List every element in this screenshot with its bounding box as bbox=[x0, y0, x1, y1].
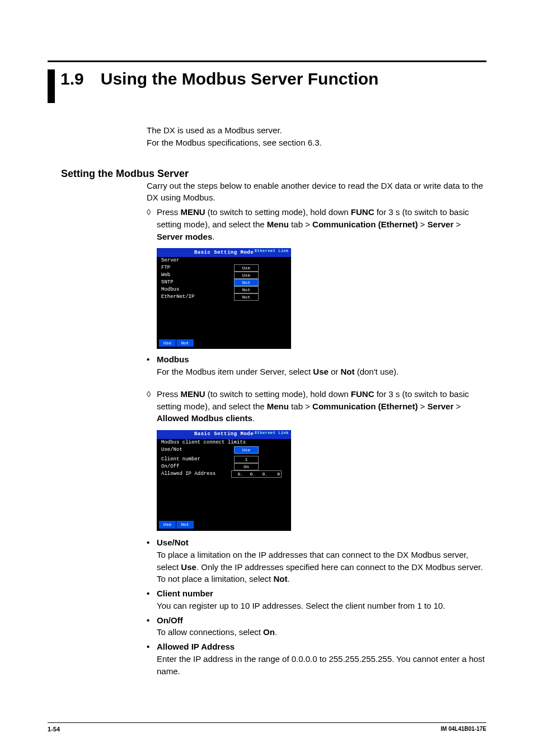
section-number: 1.9 bbox=[60, 69, 84, 88]
ip-segment: 0 bbox=[269, 471, 281, 478]
page-footer: 1-54 IM 04L41B01-17E bbox=[48, 722, 486, 732]
diamond-icon: ◊ bbox=[147, 388, 157, 424]
subsection-heading: Setting the Modbus Server bbox=[61, 168, 486, 180]
allowedip-text: Enter the IP address in the range of 0.0… bbox=[157, 653, 486, 678]
onoff-text: To allow connections, select On. bbox=[157, 626, 486, 638]
clientnum-text: You can register up to 10 IP addresses. … bbox=[157, 600, 486, 612]
ip-segment: 0. bbox=[244, 471, 256, 478]
section-title: Using the Modbus Server Function bbox=[101, 69, 379, 88]
modbus-text: For the Modbus item under Server, select… bbox=[157, 366, 486, 378]
clientnum-bullet: • Client number bbox=[147, 587, 486, 600]
screen-row: EtherNet/IPNot bbox=[157, 293, 291, 301]
screen-row-value: Not bbox=[234, 286, 259, 293]
screen-row: Client number1 bbox=[157, 456, 291, 463]
screen-row: Use/NotUse bbox=[157, 446, 291, 454]
screen-row-value: Use bbox=[234, 446, 259, 454]
usenot-text: To place a limitation on the IP addresse… bbox=[157, 549, 486, 585]
ethernet-link-icon: Ethernet Link bbox=[255, 249, 289, 253]
bullet-icon: • bbox=[147, 536, 157, 549]
screen-row-label: FTP bbox=[161, 264, 234, 272]
screen-row-value: Not bbox=[234, 293, 259, 301]
ip-segment: 0. bbox=[232, 471, 244, 478]
screen-row-label: Client number bbox=[161, 456, 234, 463]
step-2: ◊ Press MENU (to switch to setting mode)… bbox=[147, 388, 486, 424]
screen-row-value: Use bbox=[234, 264, 259, 272]
screen-footer-buttons: UseNot bbox=[159, 339, 194, 347]
clientnum-heading: Client number bbox=[157, 587, 213, 600]
screen-header: Basic Setting Mode Ethernet Link bbox=[157, 248, 291, 257]
onoff-heading: On/Off bbox=[157, 614, 183, 627]
ip-label: Allowed IP Address bbox=[161, 470, 231, 478]
screen-row-value: Not bbox=[234, 279, 259, 286]
screen-row: SNTPNot bbox=[157, 279, 291, 286]
screen-row-label: Modbus bbox=[161, 286, 234, 293]
subsection-para: Carry out the steps below to enable anot… bbox=[147, 180, 486, 204]
screen-row: ModbusNot bbox=[157, 286, 291, 293]
screenshot-allowed-clients: Basic Setting Mode Ethernet Link Modbus … bbox=[157, 430, 291, 531]
screen-footer-button: Not bbox=[176, 339, 194, 347]
screen-row-value: On bbox=[234, 463, 259, 470]
screen-row: FTPUse bbox=[157, 264, 291, 272]
top-rule bbox=[48, 60, 486, 62]
screen-group-label: Modbus client connect limits bbox=[157, 439, 291, 446]
section-heading: 1.9 Using the Modbus Server Function bbox=[48, 69, 486, 103]
ip-value-box: 0.0.0.0 bbox=[231, 470, 282, 478]
step-2-text: Press MENU (to switch to setting mode), … bbox=[157, 388, 486, 424]
intro-line-1: The DX is used as a Modbus server. bbox=[147, 124, 486, 137]
screen-ip-row: Allowed IP Address 0.0.0.0 bbox=[157, 470, 291, 478]
screen-row-value: Use bbox=[234, 272, 259, 279]
bullet-icon: • bbox=[147, 641, 157, 653]
screen-footer-button: Use bbox=[159, 339, 176, 347]
allowedip-heading: Allowed IP Address bbox=[157, 641, 235, 653]
title-bar bbox=[48, 69, 55, 103]
screen-row: On/OffOn bbox=[157, 463, 291, 470]
screenshot-server-modes: Basic Setting Mode Ethernet Link Server … bbox=[157, 248, 291, 349]
usenot-bullet: • Use/Not bbox=[147, 536, 486, 549]
bullet-icon: • bbox=[147, 353, 157, 366]
modbus-bullet: • Modbus bbox=[147, 353, 486, 366]
screen-footer-button: Not bbox=[176, 521, 194, 529]
screen-footer-button: Use bbox=[159, 521, 176, 529]
screen-row-label: EtherNet/IP bbox=[161, 293, 234, 301]
screen-title: Basic Setting Mode bbox=[194, 249, 254, 256]
intro-block: The DX is used as a Modbus server. For t… bbox=[147, 124, 486, 149]
screen-row: WebUse bbox=[157, 272, 291, 279]
modbus-heading: Modbus bbox=[157, 353, 189, 366]
screen-title: Basic Setting Mode bbox=[194, 431, 254, 438]
intro-line-2: For the Modbus specifications, see secti… bbox=[147, 137, 486, 149]
bullet-icon: • bbox=[147, 587, 157, 600]
ip-segment: 0. bbox=[256, 471, 269, 478]
step-1: ◊ Press MENU (to switch to setting mode)… bbox=[147, 206, 486, 242]
screen-row-label: Web bbox=[161, 272, 234, 279]
allowedip-bullet: • Allowed IP Address bbox=[147, 641, 486, 653]
screen-footer-buttons: UseNot bbox=[159, 521, 194, 529]
page-number: 1-54 bbox=[48, 726, 60, 732]
diamond-icon: ◊ bbox=[147, 206, 157, 242]
step-1-text: Press MENU (to switch to setting mode), … bbox=[157, 206, 486, 242]
screen-row-label: On/Off bbox=[161, 463, 234, 470]
ethernet-link-icon: Ethernet Link bbox=[255, 431, 289, 435]
manual-code: IM 04L41B01-17E bbox=[441, 726, 486, 732]
onoff-bullet: • On/Off bbox=[147, 614, 486, 627]
usenot-heading: Use/Not bbox=[157, 536, 189, 549]
bullet-icon: • bbox=[147, 614, 157, 627]
screen-row-label: SNTP bbox=[161, 279, 234, 286]
screen-row-label: Use/Not bbox=[161, 446, 234, 454]
screen-header: Basic Setting Mode Ethernet Link bbox=[157, 430, 291, 439]
screen-row-value: 1 bbox=[234, 456, 259, 463]
screen-group-label: Server bbox=[157, 257, 291, 264]
